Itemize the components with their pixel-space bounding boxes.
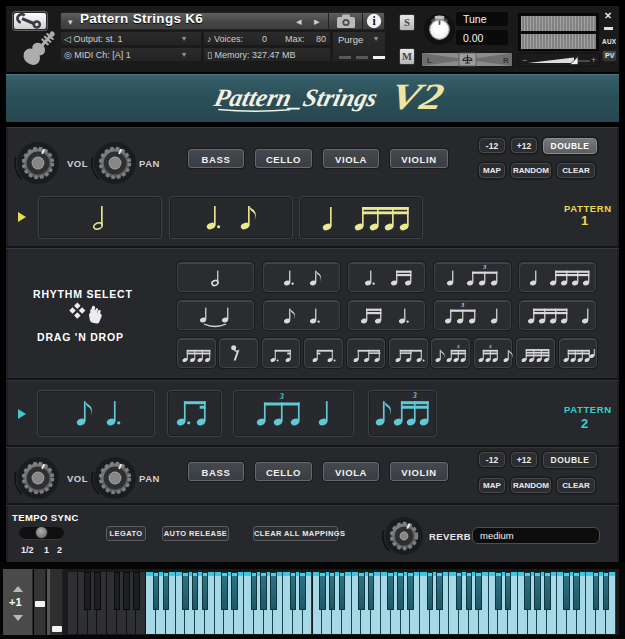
svg-text:L: L bbox=[427, 56, 432, 65]
svg-text:−: − bbox=[522, 55, 527, 65]
svg-text:3: 3 bbox=[279, 392, 284, 401]
svg-text:3: 3 bbox=[482, 264, 486, 270]
svg-text:3: 3 bbox=[412, 391, 417, 400]
svg-text:3: 3 bbox=[456, 344, 460, 349]
svg-text:V2: V2 bbox=[387, 76, 448, 116]
svg-text:3: 3 bbox=[488, 344, 492, 349]
svg-text:+: + bbox=[591, 55, 596, 65]
svg-text:3: 3 bbox=[460, 302, 464, 308]
svg-text:R: R bbox=[503, 56, 509, 65]
svg-text:Pattern_Strings: Pattern_Strings bbox=[211, 83, 381, 111]
